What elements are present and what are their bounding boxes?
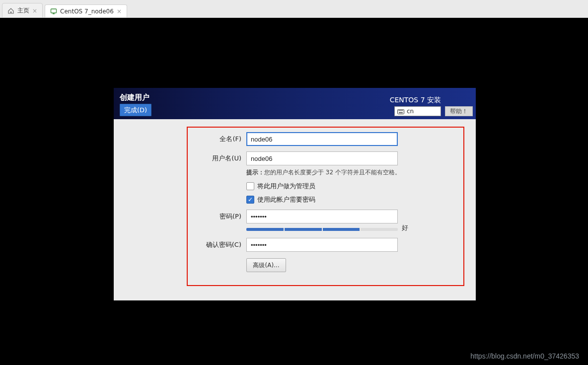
- require-password-checkbox[interactable]: ✓: [246, 196, 254, 204]
- tab-bar: 主页 × CentOS 7_node06 ×: [0, 0, 588, 18]
- svg-rect-5: [400, 110, 401, 111]
- confirm-password-input[interactable]: [246, 238, 398, 252]
- svg-rect-6: [401, 110, 402, 111]
- svg-rect-1: [53, 13, 55, 14]
- installer-brand: CENTOS 7 安装: [390, 96, 441, 105]
- password-strength-label: 好: [402, 223, 408, 232]
- watermark-text: https://blog.csdn.net/m0_37426353: [470, 352, 579, 360]
- svg-rect-7: [402, 110, 403, 111]
- monitor-icon: [50, 8, 57, 15]
- close-icon[interactable]: ×: [32, 7, 37, 14]
- installer-header: 创建用户 完成(D) CENTOS 7 安装 cn 帮助！: [114, 88, 476, 119]
- password-strength-meter: [246, 228, 398, 231]
- installer-window: 创建用户 完成(D) CENTOS 7 安装 cn 帮助！ 全名(F) 用户名(…: [114, 88, 476, 300]
- tab-vm[interactable]: CentOS 7_node06 ×: [45, 4, 127, 18]
- done-button[interactable]: 完成(D): [120, 104, 151, 116]
- home-icon: [7, 7, 14, 14]
- svg-rect-8: [399, 112, 403, 113]
- keyboard-layout-selector[interactable]: cn: [394, 106, 441, 116]
- page-title: 创建用户: [120, 93, 149, 102]
- vm-viewport: 创建用户 完成(D) CENTOS 7 安装 cn 帮助！ 全名(F) 用户名(…: [0, 18, 588, 365]
- tab-home[interactable]: 主页 ×: [2, 3, 43, 18]
- hint-text: 您的用户名长度要少于 32 个字符并且不能有空格。: [264, 169, 401, 176]
- confirm-password-label: 确认密码(C): [192, 240, 246, 249]
- make-admin-label: 将此用户做为管理员: [257, 182, 315, 191]
- fullname-label: 全名(F): [192, 135, 246, 144]
- tab-home-label: 主页: [17, 6, 29, 15]
- svg-rect-4: [399, 110, 400, 111]
- username-input[interactable]: [246, 151, 398, 165]
- require-password-label: 使用此帐户需要密码: [257, 195, 315, 204]
- keyboard-layout-value: cn: [407, 108, 414, 115]
- tab-vm-label: CentOS 7_node06: [60, 8, 114, 15]
- username-label: 用户名(U): [192, 154, 246, 163]
- password-label: 密码(P): [192, 212, 246, 221]
- username-hint: 提示：您的用户名长度要少于 32 个字符并且不能有空格。: [246, 168, 460, 177]
- svg-rect-0: [51, 9, 57, 13]
- password-input[interactable]: [246, 210, 398, 223]
- fullname-input[interactable]: [246, 132, 398, 146]
- close-icon[interactable]: ×: [117, 8, 122, 15]
- advanced-button[interactable]: 高级(A)...: [246, 258, 286, 272]
- hint-prefix: 提示：: [246, 169, 264, 176]
- create-user-form: 全名(F) 用户名(U) 提示：您的用户名长度要少于 32 个字符并且不能有空格…: [192, 132, 460, 272]
- make-admin-checkbox[interactable]: [246, 182, 254, 190]
- svg-rect-2: [398, 110, 404, 114]
- help-button[interactable]: 帮助！: [445, 106, 473, 116]
- svg-rect-3: [398, 110, 399, 111]
- keyboard-icon: [397, 109, 404, 114]
